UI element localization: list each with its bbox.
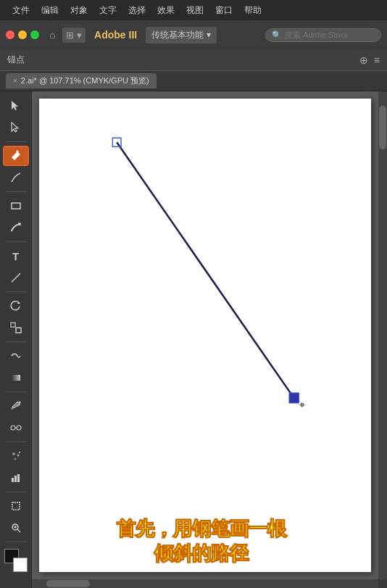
tool-gradient[interactable] (3, 368, 29, 388)
svg-line-26 (117, 142, 294, 397)
svg-rect-9 (12, 375, 20, 381)
menu-edit[interactable]: 编辑 (36, 3, 64, 18)
tool-symbol[interactable] (3, 446, 29, 466)
left-toolbar: T (0, 91, 32, 588)
document-tab[interactable]: × 2.ai* @ 107.71% (CMYK/GPU 预览) (6, 73, 157, 88)
anchors-right: ⊕ ≡ (359, 54, 380, 66)
svg-point-11 (11, 426, 15, 430)
svg-rect-28 (289, 393, 299, 403)
scroll-corner (378, 579, 387, 588)
brand-label: Adobe III (94, 29, 137, 41)
tool-blend[interactable] (3, 418, 29, 438)
traffic-lights (6, 30, 39, 39)
tool-warp[interactable] (3, 346, 29, 366)
anchor-align-icon[interactable]: ⊕ (359, 54, 368, 66)
svg-line-23 (17, 529, 20, 532)
svg-point-16 (14, 458, 16, 460)
tool-type[interactable]: T (3, 246, 29, 266)
svg-rect-18 (12, 478, 14, 482)
anchors-label: 锚点 (7, 54, 25, 66)
svg-point-14 (12, 452, 15, 455)
tool-separator-9 (6, 542, 26, 542)
svg-point-15 (17, 455, 19, 457)
svg-rect-7 (11, 323, 15, 327)
vertical-scrollbar[interactable] (378, 91, 387, 579)
tool-pencil[interactable] (3, 167, 29, 188)
tool-separator-8 (6, 492, 26, 492)
tab-close-icon[interactable]: × (13, 77, 17, 85)
toolbar: ⌂ ⊞ ▾ Adobe III 传统基本功能 ▾ 🔍 (0, 20, 387, 49)
tool-rotate[interactable] (3, 296, 29, 316)
menu-effects[interactable]: 效果 (152, 3, 180, 18)
home-icon[interactable]: ⌂ (49, 29, 55, 41)
svg-rect-20 (17, 474, 20, 482)
vertical-scroll-thumb[interactable] (379, 106, 386, 149)
tool-separator-1 (6, 141, 26, 142)
anchors-bar: 锚点 ⊕ ≡ (0, 49, 387, 71)
menu-object[interactable]: 对象 (65, 3, 93, 18)
svg-rect-3 (12, 203, 20, 209)
canvas-area: ⌖ 首先，用钢笔画一根 倾斜的路径 (32, 91, 387, 588)
tool-line[interactable] (3, 268, 29, 288)
svg-point-2 (16, 151, 18, 153)
preset-selector[interactable]: 传统基本功能 ▾ (146, 27, 217, 44)
tabbar: × 2.ai* @ 107.71% (CMYK/GPU 预览) (0, 71, 387, 91)
anchor-options-icon[interactable]: ≡ (374, 54, 380, 66)
type-icon: T (12, 250, 19, 262)
menu-text[interactable]: 文字 (94, 3, 122, 18)
tool-direct-select[interactable] (3, 117, 29, 138)
menu-help[interactable]: 帮助 (239, 3, 267, 18)
tool-brush[interactable] (3, 218, 29, 238)
tool-pen[interactable] (3, 146, 29, 166)
background-color[interactable] (13, 558, 28, 572)
tool-separator-7 (6, 442, 26, 442)
preset-label: 传统基本功能 (151, 29, 204, 41)
tool-graph[interactable] (3, 468, 29, 488)
search-box[interactable]: 🔍 (265, 28, 381, 42)
svg-text:⌖: ⌖ (299, 399, 305, 410)
tab-label: 2.ai* @ 107.71% (CMYK/GPU 预览) (21, 75, 149, 86)
tool-rect[interactable] (3, 196, 29, 216)
tool-artboard[interactable] (3, 496, 29, 516)
tool-separator-6 (6, 392, 26, 392)
tool-scale[interactable] (3, 318, 29, 338)
horizontal-scrollbar[interactable] (32, 579, 378, 588)
horizontal-scroll-thumb[interactable] (46, 580, 90, 587)
svg-rect-21 (12, 502, 20, 510)
layout-icon[interactable]: ⊞ ▾ (62, 28, 86, 43)
tool-separator-2 (6, 191, 26, 192)
color-swatch[interactable] (4, 549, 28, 572)
svg-point-12 (17, 426, 21, 430)
close-button[interactable] (6, 30, 14, 39)
search-input[interactable] (285, 30, 372, 39)
tool-eyedropper[interactable] (3, 396, 29, 416)
menubar: 文件 编辑 对象 文字 选择 效果 视图 窗口 帮助 (0, 0, 387, 20)
menu-file[interactable]: 文件 (7, 3, 35, 18)
tool-separator-3 (6, 241, 26, 242)
tool-select[interactable] (3, 96, 29, 116)
svg-point-4 (18, 223, 21, 225)
tool-separator-5 (6, 341, 26, 342)
search-icon: 🔍 (272, 30, 282, 40)
tool-separator-4 (6, 291, 26, 292)
svg-rect-8 (16, 328, 21, 333)
minimize-button[interactable] (18, 30, 27, 39)
svg-point-10 (18, 402, 20, 404)
preset-arrow-icon: ▾ (207, 30, 211, 40)
svg-point-17 (19, 452, 20, 453)
tool-zoom[interactable] (3, 518, 29, 538)
canvas-svg: ⌖ (39, 99, 371, 572)
main-area: T (0, 91, 387, 588)
svg-marker-1 (12, 123, 18, 132)
menu-view[interactable]: 视图 (181, 3, 209, 18)
menu-window[interactable]: 窗口 (210, 3, 238, 18)
svg-marker-0 (12, 101, 18, 110)
svg-rect-19 (14, 476, 17, 482)
maximize-button[interactable] (30, 30, 39, 39)
menu-select[interactable]: 选择 (123, 3, 151, 18)
canvas-page: ⌖ (39, 99, 371, 572)
svg-line-5 (12, 273, 20, 282)
